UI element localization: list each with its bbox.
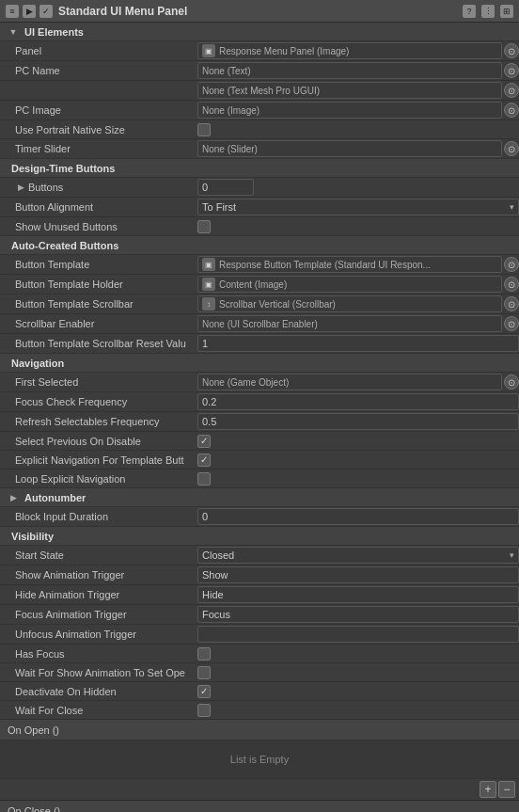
design-time-section: Design-Time Buttons: [0, 159, 519, 178]
button-template-scrollbar-text: Scrollbar Vertical (Scrollbar): [219, 299, 336, 310]
start-state-text: Closed: [202, 549, 510, 561]
refresh-selectables-input[interactable]: [197, 413, 519, 430]
scrollbar-enabler-circle-btn[interactable]: ⊙: [504, 316, 519, 331]
pc-name-label2: [0, 89, 197, 91]
wait-for-show-value: [197, 666, 519, 679]
deactivate-on-hidden-row: Deactivate On Hidden: [0, 682, 519, 701]
first-selected-ref[interactable]: None (Game Object): [197, 374, 502, 390]
buttons-label: ▶ Buttons: [0, 181, 197, 194]
btn-holder-icon: ▣: [202, 278, 215, 291]
pc-image-ref[interactable]: None (Image): [197, 102, 502, 119]
panel-ref[interactable]: ▣ Response Menu Panel (Image): [197, 42, 502, 59]
design-time-label: Design-Time Buttons: [11, 163, 115, 174]
pc-name-row2: None (Text Mesh Pro UGUI) ⊙: [0, 81, 519, 101]
scrollbar-enabler-label: Scrollbar Enabler: [0, 317, 197, 330]
unfocus-anim-value: [197, 626, 519, 643]
button-template-holder-circle-btn[interactable]: ⊙: [504, 277, 519, 292]
button-template-row: Button Template ▣ Response Button Templa…: [0, 255, 519, 275]
wait-for-close-value: [197, 704, 519, 717]
pc-name-text2: None (Text Mesh Pro UGUI): [202, 86, 320, 96]
on-open-label: On Open (): [8, 724, 59, 736]
show-anim-label: Show Animation Trigger: [0, 568, 197, 581]
buttons-arrow[interactable]: ▶: [15, 182, 26, 193]
button-template-scrollbar-value: ↕ Scrollbar Vertical (Scrollbar) ⊙: [197, 295, 519, 312]
loop-explicit-row: Loop Explicit Navigation: [0, 470, 519, 488]
pc-name-label: PC Name: [0, 64, 197, 77]
overflow-icon[interactable]: ⊞: [500, 5, 513, 18]
focus-check-value: [197, 393, 519, 410]
block-input-input[interactable]: [197, 508, 519, 525]
autonumber-arrow[interactable]: ▶: [8, 492, 19, 503]
on-open-minus-btn[interactable]: −: [498, 781, 515, 798]
unfocus-anim-input[interactable]: [197, 626, 519, 643]
focus-anim-input[interactable]: [197, 606, 519, 623]
scrollbar-enabler-value: None (UI Scrollbar Enabler) ⊙: [197, 315, 519, 332]
pc-image-circle-btn[interactable]: ⊙: [504, 103, 519, 118]
loop-explicit-checkbox[interactable]: [197, 472, 211, 486]
hide-anim-input[interactable]: [197, 586, 519, 603]
pc-name-ref1[interactable]: None (Text): [197, 62, 502, 79]
show-anim-row: Show Animation Trigger: [0, 565, 519, 585]
has-focus-checkbox[interactable]: [197, 647, 211, 661]
button-alignment-text: To First: [202, 201, 510, 213]
button-template-scrollbar-circle-btn[interactable]: ⊙: [504, 296, 519, 311]
button-template-circle-btn[interactable]: ⊙: [504, 257, 519, 272]
button-template-ref[interactable]: ▣ Response Button Template (Standard UI …: [197, 256, 502, 273]
show-unused-checkbox[interactable]: [197, 220, 211, 233]
scrollbar-enabler-ref[interactable]: None (UI Scrollbar Enabler): [197, 315, 502, 332]
visibility-label: Visibility: [11, 531, 54, 542]
help-icon[interactable]: ?: [463, 5, 476, 18]
deactivate-on-hidden-label: Deactivate On Hidden: [0, 685, 197, 698]
button-alignment-label: Button Alignment: [0, 200, 197, 214]
refresh-selectables-value: [197, 413, 519, 430]
menu-icon[interactable]: ≡: [6, 5, 19, 18]
first-selected-circle-btn[interactable]: ⊙: [504, 374, 519, 390]
buttons-row: ▶ Buttons: [0, 178, 519, 198]
explicit-nav-checkbox[interactable]: [197, 454, 211, 467]
use-portrait-checkbox[interactable]: [197, 123, 211, 136]
explicit-nav-value: [197, 454, 519, 467]
button-template-scrollbar-row: Button Template Scrollbar ↕ Scrollbar Ve…: [0, 295, 519, 314]
wait-for-close-checkbox[interactable]: [197, 704, 211, 717]
panel-icon: ▣: [202, 44, 215, 57]
start-state-dropdown[interactable]: Closed ▾: [197, 547, 519, 564]
timer-slider-circle-btn[interactable]: ⊙: [504, 141, 519, 156]
unfocus-anim-row: Unfocus Animation Trigger: [0, 625, 519, 645]
wait-for-show-checkbox[interactable]: [197, 666, 211, 679]
buttons-input[interactable]: [197, 179, 254, 196]
on-open-section: On Open () List is Empty + −: [0, 720, 519, 801]
use-portrait-value: [197, 123, 519, 136]
button-alignment-dropdown[interactable]: To First ▾: [197, 199, 519, 215]
ui-elements-arrow[interactable]: ▼: [8, 26, 19, 38]
focus-check-row: Focus Check Frequency: [0, 392, 519, 412]
pc-name-circle-btn1[interactable]: ⊙: [504, 63, 519, 78]
scrollbar-enabler-text: None (UI Scrollbar Enabler): [202, 319, 318, 329]
on-open-plus-btn[interactable]: +: [480, 781, 496, 798]
btn-tpl-scrollbar-reset-input[interactable]: [197, 335, 519, 352]
timer-slider-text: None (Slider): [202, 144, 258, 154]
on-close-section: On Close (): [0, 801, 519, 812]
navigation-section: Navigation: [0, 354, 519, 373]
pc-name-ref2[interactable]: None (Text Mesh Pro UGUI): [197, 82, 502, 99]
settings-icon[interactable]: ⋮: [481, 5, 495, 18]
button-template-scrollbar-ref[interactable]: ↕ Scrollbar Vertical (Scrollbar): [197, 295, 502, 312]
button-template-text: Response Button Template (Standard UI Re…: [219, 260, 431, 270]
select-prev-checkbox[interactable]: [197, 435, 211, 448]
focus-check-input[interactable]: [197, 393, 519, 410]
check-icon[interactable]: ✓: [39, 5, 53, 18]
button-template-holder-value: ▣ Content (Image) ⊙: [197, 276, 519, 293]
timer-slider-ref[interactable]: None (Slider): [197, 140, 502, 157]
play-icon[interactable]: ▶: [23, 5, 36, 18]
refresh-selectables-label: Refresh Selectables Frequency: [0, 415, 197, 428]
panel-circle-btn[interactable]: ⊙: [504, 43, 519, 58]
refresh-selectables-row: Refresh Selectables Frequency: [0, 412, 519, 432]
ui-elements-label: UI Elements: [24, 26, 84, 38]
autonumber-section: ▶ Autonumber: [0, 488, 519, 507]
button-template-holder-ref[interactable]: ▣ Content (Image): [197, 276, 502, 293]
loop-explicit-value: [197, 472, 519, 486]
focus-check-label: Focus Check Frequency: [0, 395, 197, 408]
show-anim-input[interactable]: [197, 566, 519, 583]
pc-name-circle-btn2[interactable]: ⊙: [504, 83, 519, 98]
pc-image-text: None (Image): [202, 105, 260, 116]
deactivate-on-hidden-checkbox[interactable]: [197, 685, 211, 698]
